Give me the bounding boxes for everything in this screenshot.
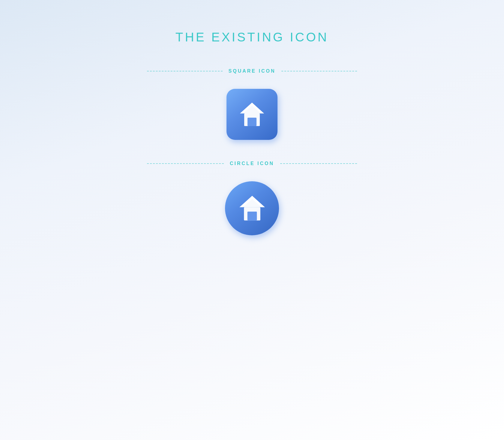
circle-icon-section: CIRCLE ICON [147,161,357,235]
circle-icon-wrapper [225,181,279,235]
circle-divider-left [147,163,224,164]
square-divider-right [281,71,357,71]
svg-rect-1 [248,118,256,126]
circle-icon-label: CIRCLE ICON [224,161,280,166]
page-container: THE EXISTING ICON SQUARE ICON [0,0,504,256]
home-icon-square [237,100,267,129]
home-icon-circle [236,193,268,223]
square-icon-section: SQUARE ICON [147,68,357,140]
square-icon-wrapper [226,89,278,140]
circle-divider-right [280,163,357,164]
square-divider-row: SQUARE ICON [147,68,357,74]
square-divider-left [147,71,223,71]
square-icon-label: SQUARE ICON [223,68,282,74]
page-title: THE EXISTING ICON [176,30,328,44]
circle-divider-row: CIRCLE ICON [147,161,357,166]
svg-rect-3 [247,212,257,220]
